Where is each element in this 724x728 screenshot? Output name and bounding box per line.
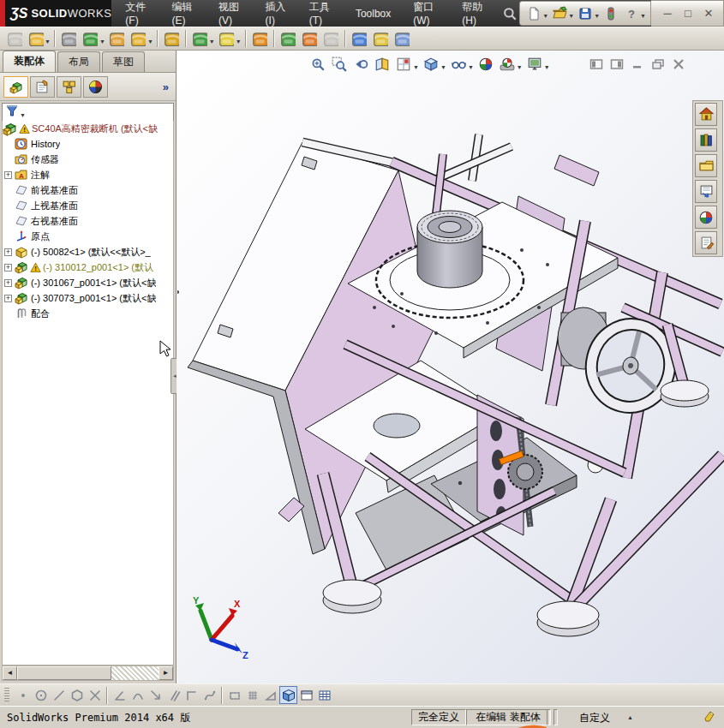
tree-item-[interactable]: +A注解 bbox=[3, 167, 173, 182]
tree-filter-row[interactable]: ▼ bbox=[2, 103, 174, 122]
expand-box[interactable]: + bbox=[4, 279, 12, 287]
solidworks-resources-tab[interactable] bbox=[695, 103, 717, 126]
offset-entities-icon[interactable] bbox=[165, 686, 182, 704]
appearances-scenes-tab[interactable] bbox=[695, 206, 717, 229]
open-component-dropdown-caret[interactable]: ▼ bbox=[45, 39, 51, 45]
rotate-component-icon[interactable] bbox=[128, 28, 149, 49]
collapse-right-pane-button[interactable] bbox=[610, 57, 624, 71]
convert-entities-icon[interactable] bbox=[147, 686, 165, 704]
new-document-icon[interactable] bbox=[524, 3, 544, 24]
custom-caret-icon[interactable]: ▲ bbox=[627, 714, 633, 720]
view-palette-tab[interactable] bbox=[695, 180, 717, 203]
tree-item-307073-p001-1[interactable]: +(-) 307073_p001<1> (默认<缺 bbox=[3, 290, 173, 306]
model-base-box[interactable] bbox=[188, 142, 434, 554]
view-orientation-icon[interactable] bbox=[393, 54, 414, 75]
open-document-dropdown-caret[interactable]: ▼ bbox=[568, 13, 574, 19]
cad-model[interactable]: .bo{stroke:#1c1c1c;fill:none}.bl{stroke:… bbox=[177, 51, 724, 683]
expand-box[interactable]: + bbox=[4, 264, 12, 272]
display-style-dropdown-caret[interactable]: ▼ bbox=[440, 64, 446, 70]
assembly-features-dropdown-caret[interactable]: ▼ bbox=[209, 39, 215, 45]
menu-w[interactable]: 窗口(W) bbox=[404, 0, 448, 30]
trim-entities-icon[interactable] bbox=[86, 686, 104, 704]
corner-rectangle-icon[interactable] bbox=[182, 686, 200, 704]
motion-study-gears-icon[interactable] bbox=[249, 28, 271, 49]
linear-sketch-pattern-icon[interactable] bbox=[225, 686, 243, 704]
zoom-to-area-icon[interactable] bbox=[329, 54, 350, 75]
expand-box[interactable]: + bbox=[4, 248, 12, 256]
minimize-document-button[interactable] bbox=[631, 57, 644, 71]
tree-item-[interactable]: 前视基准面 bbox=[3, 182, 173, 198]
restore-document-button[interactable] bbox=[651, 57, 665, 71]
open-document-icon[interactable] bbox=[549, 3, 570, 24]
displaymanager-tab[interactable] bbox=[83, 76, 108, 98]
apply-scene-dropdown-caret[interactable]: ▼ bbox=[517, 64, 523, 70]
close-button[interactable]: ✕ bbox=[701, 7, 716, 20]
appearance-image-icon[interactable] bbox=[392, 28, 413, 49]
tangent-arc-icon[interactable] bbox=[129, 686, 147, 704]
menu-e[interactable]: 编辑(E) bbox=[163, 0, 205, 30]
expand-box[interactable]: + bbox=[4, 171, 12, 179]
section-view-icon[interactable] bbox=[372, 54, 392, 75]
assembly-features-icon[interactable] bbox=[189, 28, 211, 49]
scroll-left-arrow[interactable]: ◄ bbox=[3, 666, 17, 680]
custom-dropdown[interactable]: 自定义 bbox=[579, 711, 610, 725]
maximize-button[interactable]: □ bbox=[680, 7, 696, 20]
tree-item-History[interactable]: History bbox=[3, 136, 173, 152]
previous-view-icon[interactable] bbox=[350, 54, 371, 75]
design-library-tab[interactable] bbox=[695, 128, 717, 152]
move-component-icon[interactable] bbox=[299, 28, 320, 49]
mate-dropdown-caret[interactable]: ▼ bbox=[99, 39, 105, 45]
smart-fasteners-icon[interactable] bbox=[161, 28, 182, 49]
hide-show-items-icon[interactable] bbox=[448, 54, 469, 75]
menu-h[interactable]: 帮助(H) bbox=[453, 0, 495, 30]
view-orientation-dropdown-caret[interactable]: ▼ bbox=[413, 64, 419, 70]
line-icon[interactable] bbox=[50, 686, 68, 704]
mate-icon[interactable] bbox=[80, 28, 101, 49]
tree-item-SC40A[interactable]: !SC40A高精密裁断机 (默认<缺 bbox=[3, 121, 173, 136]
grid-system-icon[interactable] bbox=[243, 686, 261, 704]
scroll-track[interactable] bbox=[111, 666, 159, 680]
note-tag-icon[interactable] bbox=[703, 710, 716, 724]
open-component-icon[interactable] bbox=[25, 28, 46, 49]
expand-box[interactable]: + bbox=[4, 295, 12, 302]
tree-item-301067-p001-1[interactable]: +(-) 301067_p001<1> (默认<缺 bbox=[3, 275, 173, 290]
tree-item-[interactable]: 右视基准面 bbox=[3, 213, 173, 229]
minimize-button[interactable]: ─ bbox=[660, 7, 675, 20]
help-icon[interactable]: ? bbox=[621, 3, 642, 24]
tree-item-310012-p001-1[interactable]: +!(-) 310012_p001<1> (默认 bbox=[3, 260, 173, 275]
measure-icon[interactable] bbox=[349, 28, 370, 49]
component-preview-window-icon[interactable] bbox=[106, 28, 128, 49]
circle-icon[interactable] bbox=[32, 686, 50, 704]
tree-item-50082-1[interactable]: +(-) 50082<1> (默认<<默认>_ bbox=[3, 244, 173, 260]
menu-f[interactable]: 文件(F) bbox=[117, 0, 158, 30]
scroll-right-arrow[interactable]: ► bbox=[159, 666, 173, 680]
edit-appearance-icon[interactable] bbox=[476, 54, 496, 75]
section-panel-icon[interactable] bbox=[297, 686, 315, 704]
toolbar-drag-handle[interactable] bbox=[4, 688, 9, 703]
polygon-icon[interactable] bbox=[68, 686, 86, 704]
interference-detection-icon[interactable] bbox=[370, 28, 392, 49]
save-dropdown-caret[interactable]: ▼ bbox=[594, 13, 600, 19]
featuremanager-tree-tab[interactable] bbox=[3, 76, 28, 98]
panel-expand-chevron[interactable]: » bbox=[163, 81, 172, 93]
view-settings-icon[interactable] bbox=[524, 54, 545, 75]
tree-item-[interactable]: 传感器 bbox=[3, 152, 173, 167]
sketch-chamfer-icon[interactable] bbox=[111, 686, 129, 704]
file-explorer-tab[interactable] bbox=[695, 154, 717, 177]
new-part-icon[interactable] bbox=[216, 28, 237, 49]
scroll-thumb[interactable] bbox=[17, 666, 111, 680]
tab-布局[interactable]: 布局 bbox=[57, 51, 100, 72]
new-document-dropdown-caret[interactable]: ▼ bbox=[542, 13, 548, 19]
save-icon[interactable] bbox=[575, 3, 595, 24]
show-component-window-icon[interactable] bbox=[278, 28, 299, 49]
view-settings-dropdown-caret[interactable]: ▼ bbox=[544, 64, 550, 70]
search-icon[interactable] bbox=[502, 0, 518, 27]
rotate-component-dropdown-caret[interactable]: ▼ bbox=[147, 39, 153, 45]
spline-icon[interactable] bbox=[200, 686, 218, 704]
zoom-to-fit-icon[interactable] bbox=[308, 54, 328, 75]
menu-i[interactable]: 插入(I) bbox=[257, 0, 296, 30]
tree-horizontal-scrollbar[interactable]: ◄ ► bbox=[2, 665, 174, 681]
attachments-icon[interactable] bbox=[58, 28, 80, 49]
display-style-icon[interactable] bbox=[421, 54, 441, 75]
shaded-with-edges-icon[interactable] bbox=[279, 686, 297, 704]
